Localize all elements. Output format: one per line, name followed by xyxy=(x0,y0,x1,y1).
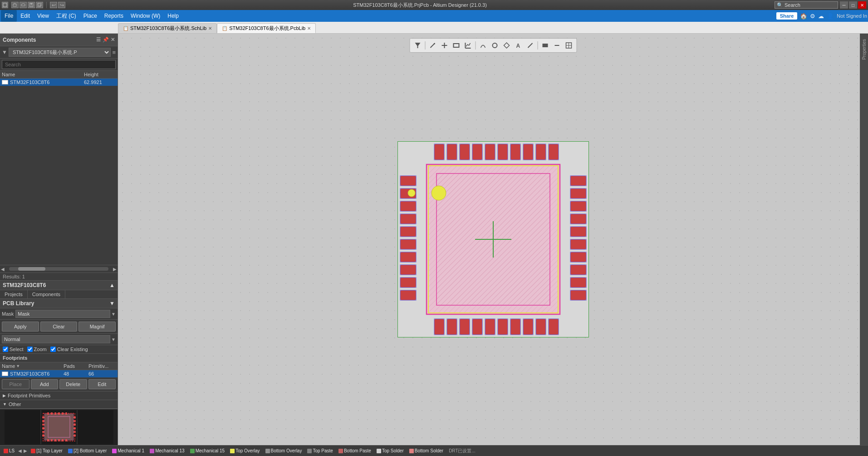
fp-row[interactable]: STM32F103C8T6 48 66 xyxy=(0,370,118,377)
window-title: STM32F103C8T6最小系统.PrjPcb - Altium Design… xyxy=(65,2,775,9)
menu-view[interactable]: View xyxy=(34,10,53,22)
menu-window[interactable]: Window (W) xyxy=(127,10,164,22)
projects-tab[interactable]: Projects xyxy=(0,290,28,298)
menu-place[interactable]: Place xyxy=(80,10,101,22)
zoom-checkbox-label[interactable]: Zoom xyxy=(27,347,47,352)
tool-chart[interactable] xyxy=(462,40,473,51)
tool-add[interactable] xyxy=(439,40,450,51)
tab-close-schlib[interactable]: ✕ xyxy=(208,26,212,31)
fp-primitives-header[interactable]: ▶ Footprint Primitives xyxy=(0,392,118,400)
tool-expand[interactable] xyxy=(563,40,574,51)
layer-ls[interactable]: LS xyxy=(2,448,16,454)
layer-mech15[interactable]: Mechanical 15 xyxy=(188,448,226,454)
clear-button[interactable]: Clear xyxy=(40,322,78,332)
edit-button[interactable]: Edit xyxy=(88,379,116,389)
layer-mech1[interactable]: Mechanical 1 xyxy=(110,448,146,454)
save-btn[interactable] xyxy=(28,2,35,8)
minimize-button[interactable]: ─ xyxy=(840,1,848,9)
mask-dropdown[interactable]: Mask xyxy=(15,310,110,318)
share-button[interactable]: Share xyxy=(776,12,798,20)
layer-drt[interactable]: DRT已设置... xyxy=(447,447,477,455)
system-icon[interactable] xyxy=(2,2,8,8)
clear-existing-checkbox-label[interactable]: Clear Existing xyxy=(50,347,88,352)
redo-btn[interactable]: ↪ xyxy=(58,2,65,8)
cloud-icon[interactable]: ☁ xyxy=(818,13,824,20)
menu-project[interactable]: 工程 (C) xyxy=(53,10,80,22)
maximize-button[interactable]: □ xyxy=(849,1,857,9)
layer-nav-left[interactable]: ◀ xyxy=(18,448,22,453)
pcb-svg xyxy=(396,139,591,339)
tool-circle[interactable] xyxy=(489,40,500,51)
svg-rect-107 xyxy=(400,290,416,300)
tool-rect[interactable] xyxy=(451,40,461,51)
menu-help[interactable]: Help xyxy=(164,10,182,22)
normal-dropdown[interactable]: Normal xyxy=(2,335,110,343)
settings-icon[interactable]: ⚙ xyxy=(810,13,815,20)
tool-filter[interactable] xyxy=(412,40,423,51)
pcb-lib-expand-icon[interactable]: ▼ xyxy=(109,300,115,307)
layer-bottom-paste[interactable]: Bottom Paste xyxy=(337,448,373,454)
open-btn[interactable] xyxy=(20,2,27,8)
close-button[interactable]: ✕ xyxy=(858,1,866,9)
other-header[interactable]: ▼ Other xyxy=(0,400,118,409)
menu-edit[interactable]: Edit xyxy=(17,10,34,22)
place-button[interactable]: Place xyxy=(2,379,29,389)
new-btn[interactable] xyxy=(11,2,19,8)
undo-btn[interactable]: ↩ xyxy=(50,2,57,8)
filter-icon[interactable]: ▼ xyxy=(2,49,7,55)
canvas-area[interactable]: A xyxy=(118,34,868,445)
magnif-button[interactable]: Magnif xyxy=(78,322,116,332)
panel-close-icon[interactable]: ✕ xyxy=(111,37,115,43)
comp-name-bar: STM32F103C8T6 ▲ xyxy=(0,281,118,290)
panel-menu-icon[interactable]: ☰ xyxy=(96,37,101,43)
tool-text[interactable]: A xyxy=(513,40,524,51)
scroll-track[interactable] xyxy=(9,267,108,271)
comp-row[interactable]: STM32F103C8T6 62.9921 xyxy=(0,79,118,86)
components-tab[interactable]: Components xyxy=(28,290,65,298)
layer-top-overlay[interactable]: Top Overlay xyxy=(228,448,261,454)
scroll-left-arrow[interactable]: ◀ xyxy=(1,267,5,272)
tool-route[interactable] xyxy=(427,40,438,51)
layer-mech13[interactable]: Mechanical 13 xyxy=(148,448,186,454)
title-search-box[interactable]: 🔍 Search xyxy=(775,1,838,9)
filter-dropdown[interactable]: STM32F103C8T6最小系统.P xyxy=(9,48,111,57)
fp-sort-icon[interactable]: ▼ xyxy=(16,364,20,368)
list-icon[interactable]: ≡ xyxy=(112,49,116,56)
delete-button[interactable]: Delete xyxy=(59,379,87,389)
clear-existing-checkbox[interactable] xyxy=(50,347,56,352)
apply-button[interactable]: Apply xyxy=(2,322,39,332)
layer-top[interactable]: [1] Top Layer xyxy=(29,448,64,454)
tab-schlib[interactable]: 📋 STM32F103C8T6最小系统.SchLib ✕ xyxy=(118,23,217,33)
tab-pcblib[interactable]: 📋 STM32F103C8T6最小系统.PcbLib ✕ xyxy=(217,23,316,33)
menu-file[interactable]: File xyxy=(1,10,17,22)
panel-pin-icon[interactable]: 📌 xyxy=(103,37,109,43)
tool-minus[interactable] xyxy=(551,40,562,51)
layer-bottom[interactable]: [2] Bottom Layer xyxy=(66,448,108,454)
sign-in-label[interactable]: Not Signed In xyxy=(837,13,867,19)
zoom-checkbox[interactable] xyxy=(27,347,33,352)
layer-top-solder[interactable]: Top Solder xyxy=(375,448,406,454)
tool-diamond[interactable] xyxy=(501,40,512,51)
search-input[interactable] xyxy=(2,60,116,69)
scroll-right-arrow[interactable]: ▶ xyxy=(113,267,117,272)
tool-line[interactable] xyxy=(525,40,535,51)
tool-filled-rect[interactable] xyxy=(539,40,550,51)
right-properties-panel[interactable]: Properties xyxy=(860,34,868,445)
checkboxes-row: Select Zoom Clear Existing xyxy=(0,345,118,354)
select-checkbox-label[interactable]: Select xyxy=(3,347,24,352)
add-button[interactable]: Add xyxy=(31,379,59,389)
layer-top-paste[interactable]: Top Paste xyxy=(305,448,334,454)
layer-bottom-solder[interactable]: Bottom Solder xyxy=(407,448,445,454)
tab-close-pcblib[interactable]: ✕ xyxy=(307,26,311,31)
layer-bottom-overlay[interactable]: Bottom Overlay xyxy=(264,448,304,454)
tool-brush[interactable] xyxy=(477,40,488,51)
home-icon[interactable]: 🏠 xyxy=(800,13,807,20)
account-icon[interactable]: 👤 xyxy=(827,13,834,20)
select-checkbox[interactable] xyxy=(3,347,8,352)
save-all-btn[interactable] xyxy=(36,2,43,8)
comp-collapse-icon[interactable]: ▲ xyxy=(109,282,115,288)
layer-nav-right[interactable]: ▶ xyxy=(24,448,27,453)
layer-bottom-paste-dot xyxy=(338,449,343,453)
properties-tab-label[interactable]: Properties xyxy=(861,37,868,62)
menu-reports[interactable]: Reports xyxy=(101,10,127,22)
